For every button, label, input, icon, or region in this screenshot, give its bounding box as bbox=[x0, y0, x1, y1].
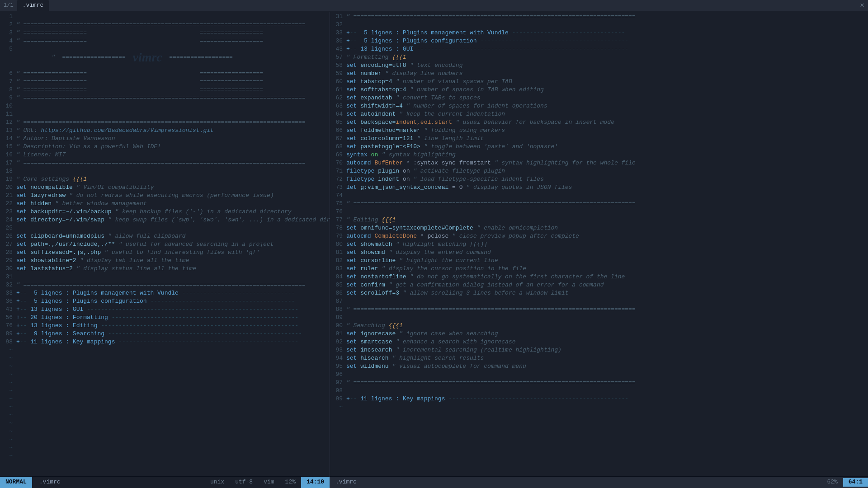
table-row: 56+-- 20 lignes : Formatting -----------… bbox=[0, 314, 330, 322]
table-row: 61set softtabstop=4 " number of spaces i… bbox=[330, 86, 868, 94]
line-content: " ================== ================== bbox=[16, 86, 330, 94]
table-row: 75" ====================================… bbox=[330, 200, 868, 208]
line-content: set foldmethod=marker " folding using ma… bbox=[346, 127, 868, 135]
line-number: 83 bbox=[330, 265, 346, 273]
status-percent: 12% bbox=[280, 478, 301, 486]
line-content: set scrolloff=3 " allow scrolling 3 line… bbox=[346, 289, 868, 297]
right-code-area[interactable]: 31" ====================================… bbox=[330, 12, 868, 476]
table-row: 25 bbox=[0, 224, 330, 232]
line-content bbox=[16, 273, 330, 281]
line-content: syntax on " syntax highlighting bbox=[346, 151, 868, 159]
line-number: 31 bbox=[0, 273, 16, 281]
close-button[interactable]: ✕ bbox=[860, 0, 864, 10]
line-number: ~ bbox=[0, 379, 16, 387]
line-number: 25 bbox=[0, 224, 16, 232]
line-content bbox=[346, 314, 868, 322]
line-number: 2 bbox=[0, 21, 16, 29]
line-number: 77 bbox=[330, 216, 346, 224]
left-code-area[interactable]: 12" ====================================… bbox=[0, 12, 330, 476]
line-number: ~ bbox=[0, 419, 16, 427]
line-number: 95 bbox=[330, 362, 346, 371]
line-content: " ======================================… bbox=[346, 13, 868, 21]
line-content: set nostartofline " do not go systematic… bbox=[346, 273, 868, 281]
line-content: filetype indent on " load filetype-speci… bbox=[346, 175, 868, 183]
table-row: ~ bbox=[0, 354, 330, 362]
table-row: 60set tabstop=4 " number of visual space… bbox=[330, 78, 868, 86]
line-number: 18 bbox=[0, 167, 16, 175]
table-row: 16" License: MIT bbox=[0, 151, 330, 159]
line-number: 31 bbox=[330, 13, 346, 21]
line-number: 21 bbox=[0, 192, 16, 200]
line-number: 94 bbox=[330, 354, 346, 362]
line-number: 19 bbox=[0, 175, 16, 183]
line-number: 70 bbox=[330, 159, 346, 167]
line-content bbox=[346, 403, 868, 411]
active-tab[interactable]: .vimrc bbox=[17, 0, 49, 11]
line-number: ~ bbox=[330, 403, 346, 411]
table-row: 24set directory=~/.vim/swap " keep swap … bbox=[0, 216, 330, 224]
line-number: 71 bbox=[330, 167, 346, 175]
line-number: 6 bbox=[0, 70, 16, 78]
line-content: " ======================================… bbox=[346, 305, 868, 314]
line-number: 3 bbox=[0, 29, 16, 37]
line-content bbox=[346, 21, 868, 29]
line-number: 33 bbox=[0, 289, 16, 297]
line-content: " ================== ================== bbox=[16, 29, 330, 37]
line-content: +-- 13 lignes : Editing ----------------… bbox=[16, 322, 330, 330]
table-row: 9" =====================================… bbox=[0, 94, 330, 102]
table-row: 22set hidden " better window management bbox=[0, 200, 330, 208]
line-content bbox=[16, 354, 330, 362]
line-content: " Description: Vim as a powerful Web IDE… bbox=[16, 143, 330, 151]
table-row: 28set suffixesadd=.js,.php " useful to f… bbox=[0, 249, 330, 257]
line-number: 57 bbox=[330, 53, 346, 61]
table-row: 4" ================== ================== bbox=[0, 37, 330, 45]
right-status-filename: .vimrc bbox=[330, 478, 362, 486]
table-row: ~ bbox=[0, 419, 330, 427]
line-number: 13 bbox=[0, 127, 16, 135]
table-row: 27set path=.,/usr/include,./** " useful … bbox=[0, 240, 330, 249]
line-content bbox=[346, 297, 868, 305]
line-number: 9 bbox=[0, 94, 16, 102]
line-number: 69 bbox=[330, 151, 346, 159]
line-content: +-- 5 lignes : Plugins configuration ---… bbox=[16, 297, 330, 305]
line-number: 88 bbox=[330, 305, 346, 314]
table-row: 26set clipboard=unnamedplus " allow full… bbox=[0, 232, 330, 240]
line-content bbox=[16, 167, 330, 175]
line-content bbox=[16, 13, 330, 21]
table-row: 94set hlsearch " highlight search result… bbox=[330, 354, 868, 362]
table-row: 3" ================== ================== bbox=[0, 29, 330, 37]
line-number: 58 bbox=[330, 61, 346, 70]
line-number: ~ bbox=[0, 362, 16, 371]
line-number: 12 bbox=[0, 118, 16, 127]
table-row: 36+-- 5 lignes : Plugins configuration -… bbox=[330, 37, 868, 45]
right-status-percent: 62% bbox=[821, 478, 843, 486]
table-row: 95set wildmenu " visual autocomplete for… bbox=[330, 362, 868, 371]
table-row: ~ bbox=[0, 444, 330, 452]
table-row: 58set encoding=utf8 " text encoding bbox=[330, 61, 868, 70]
table-row: 43+-- 13 lignes : GUI ------------------… bbox=[0, 305, 330, 314]
table-row: 14" Author: Baptiste Vannesson bbox=[0, 135, 330, 143]
table-row: 77" Editing {{{1 bbox=[330, 216, 868, 224]
line-content: set shiftwidth=4 " number of spaces for … bbox=[346, 102, 868, 110]
line-number: ~ bbox=[0, 387, 16, 395]
table-row: 93set incsearch " incremental searching … bbox=[330, 346, 868, 354]
line-content bbox=[16, 362, 330, 371]
table-row: ~ bbox=[0, 346, 330, 354]
line-number: ~ bbox=[0, 403, 16, 411]
line-number: 32 bbox=[0, 281, 16, 289]
line-number: 56 bbox=[0, 314, 16, 322]
status-position: 14:10 bbox=[301, 477, 330, 488]
table-row: 84set nostartofline " do not go systemat… bbox=[330, 273, 868, 281]
line-number: 87 bbox=[330, 297, 346, 305]
line-content bbox=[346, 387, 868, 395]
line-content bbox=[16, 444, 330, 452]
line-content: set softtabstop=4 " number of spaces in … bbox=[346, 86, 868, 94]
table-row: 32" ====================================… bbox=[0, 281, 330, 289]
line-content bbox=[16, 387, 330, 395]
line-content: set clipboard=unnamedplus " allow full c… bbox=[16, 232, 330, 240]
line-content: set colorcolumn=121 " line length limit bbox=[346, 135, 868, 143]
line-number: 78 bbox=[330, 224, 346, 232]
table-row: 21set lazyredraw " do not redraw while e… bbox=[0, 192, 330, 200]
line-content: set suffixesadd=.js,.php " useful to fin… bbox=[16, 249, 330, 257]
line-number: 30 bbox=[0, 265, 16, 273]
